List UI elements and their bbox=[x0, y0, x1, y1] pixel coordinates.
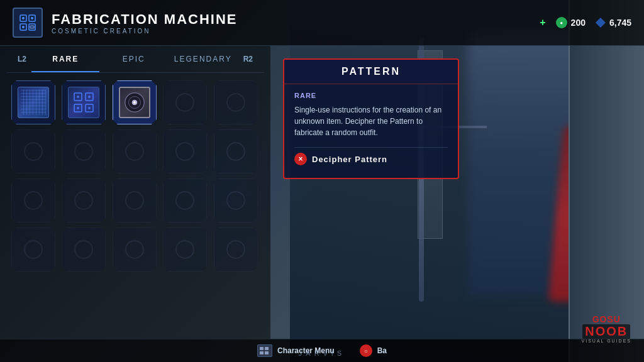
grid-item-17[interactable] bbox=[113, 228, 157, 272]
grid-item-16[interactable] bbox=[62, 228, 106, 272]
tab-rare[interactable]: RARE bbox=[31, 51, 99, 67]
grid-item-1[interactable] bbox=[62, 80, 106, 124]
detail-rarity: RARE bbox=[294, 92, 448, 99]
resource-coins: ● 200 bbox=[556, 17, 586, 28]
empty-slot-8 bbox=[175, 142, 194, 161]
grid-item-6[interactable] bbox=[62, 129, 106, 173]
empty-slot-6 bbox=[74, 142, 93, 161]
action-icon: × bbox=[294, 153, 307, 165]
back-nav[interactable]: ○ Ba bbox=[360, 344, 387, 357]
watermark: GOSU nOOb Visual Guides bbox=[582, 314, 631, 343]
tab-epic[interactable]: EPIC bbox=[99, 51, 167, 67]
grid-item-3[interactable] bbox=[163, 80, 207, 124]
tabs-bar: L2 RARE EPIC LEGENDARY R2 bbox=[6, 46, 264, 73]
tab-controller-left: L2 bbox=[13, 52, 31, 66]
empty-slot-4 bbox=[226, 93, 245, 112]
coin-amount: 200 bbox=[571, 18, 586, 28]
header-text: FABRICATION MACHINE COSMETIC CREATION bbox=[52, 11, 540, 35]
empty-slot-10 bbox=[24, 191, 43, 210]
empty-slot-13 bbox=[175, 191, 194, 210]
svg-point-6 bbox=[22, 26, 25, 28]
resource-add: + bbox=[540, 17, 545, 28]
character-menu-icon bbox=[257, 344, 272, 357]
detail-description: Single-use instructions for the creation… bbox=[294, 104, 448, 138]
pattern-icon-1 bbox=[68, 87, 99, 118]
empty-slot-18 bbox=[175, 240, 194, 259]
grid-item-10[interactable] bbox=[11, 178, 55, 222]
empty-slot-11 bbox=[74, 191, 93, 210]
back-icon: ○ bbox=[360, 344, 372, 357]
svg-point-5 bbox=[31, 17, 33, 19]
svg-point-13 bbox=[88, 96, 91, 98]
empty-slot-3 bbox=[175, 93, 194, 112]
disc-icon-2 bbox=[119, 87, 150, 118]
svg-rect-7 bbox=[30, 26, 34, 28]
header: FABRICATION MACHINE COSMETIC CREATION + … bbox=[0, 0, 644, 46]
grid-item-14[interactable] bbox=[214, 178, 258, 222]
add-icon: + bbox=[540, 17, 545, 28]
detail-title: PATTERN bbox=[294, 66, 448, 77]
empty-slot-5 bbox=[24, 142, 43, 161]
grid-item-8[interactable] bbox=[163, 129, 207, 173]
empty-slot-19 bbox=[226, 240, 245, 259]
svg-rect-22 bbox=[260, 351, 264, 354]
coin-icon: ● bbox=[556, 17, 567, 28]
svg-rect-20 bbox=[260, 347, 264, 350]
main-content: L2 RARE EPIC LEGENDARY R2 bbox=[0, 46, 644, 339]
svg-point-14 bbox=[77, 107, 79, 109]
grid-item-11[interactable] bbox=[62, 178, 106, 222]
watermark-sub: Visual Guides bbox=[582, 339, 631, 343]
svg-point-19 bbox=[133, 101, 136, 104]
right-panel: PATTERN RARE Single-use instructions for… bbox=[270, 46, 644, 339]
ui-overlay: FABRICATION MACHINE COSMETIC CREATION + … bbox=[0, 0, 644, 362]
empty-slot-16 bbox=[74, 240, 93, 259]
crystal-amount: 6,745 bbox=[609, 18, 631, 28]
empty-slot-15 bbox=[24, 240, 43, 259]
item-detail-card: PATTERN RARE Single-use instructions for… bbox=[283, 58, 459, 179]
grid-item-0[interactable] bbox=[11, 80, 55, 124]
grid-item-9[interactable] bbox=[214, 129, 258, 173]
detail-header: PATTERN bbox=[284, 60, 458, 84]
bottom-bar: Character Menu ○ Ba JARVIS bbox=[0, 339, 644, 362]
back-label: Ba bbox=[377, 346, 387, 355]
header-resources: + ● 200 6,745 bbox=[540, 17, 631, 28]
resource-crystals: 6,745 bbox=[596, 18, 631, 28]
jarvis-label: JARVIS bbox=[299, 349, 345, 357]
empty-slot-12 bbox=[125, 191, 144, 210]
grid-item-5[interactable] bbox=[11, 129, 55, 173]
fabrication-icon bbox=[13, 8, 43, 38]
tab-legendary[interactable]: LEGENDARY bbox=[168, 51, 238, 67]
svg-rect-23 bbox=[265, 351, 269, 354]
grid-item-12[interactable] bbox=[113, 178, 157, 222]
empty-slot-14 bbox=[226, 191, 245, 210]
detail-action[interactable]: × Decipher Pattern bbox=[294, 147, 448, 170]
empty-slot-7 bbox=[125, 142, 144, 161]
items-grid bbox=[6, 73, 264, 279]
svg-point-15 bbox=[88, 107, 91, 109]
empty-slot-17 bbox=[125, 240, 144, 259]
grid-item-7[interactable] bbox=[113, 129, 157, 173]
circuit-icon-0 bbox=[18, 87, 49, 118]
watermark-noob: nOOb bbox=[582, 324, 630, 339]
svg-point-12 bbox=[77, 96, 79, 98]
grid-item-15[interactable] bbox=[11, 228, 55, 272]
watermark-gosu: GOSU bbox=[592, 314, 621, 324]
header-title: FABRICATION MACHINE bbox=[52, 11, 540, 28]
header-subtitle: COSMETIC CREATION bbox=[52, 28, 540, 35]
left-panel: L2 RARE EPIC LEGENDARY R2 bbox=[0, 46, 270, 339]
grid-item-2[interactable] bbox=[113, 80, 157, 124]
grid-item-4[interactable] bbox=[214, 80, 258, 124]
svg-rect-21 bbox=[265, 347, 269, 350]
empty-slot-9 bbox=[226, 142, 245, 161]
detail-body: RARE Single-use instructions for the cre… bbox=[284, 84, 458, 178]
crystal-icon bbox=[596, 18, 606, 28]
action-text: Decipher Pattern bbox=[312, 155, 387, 164]
grid-item-18[interactable] bbox=[163, 228, 207, 272]
grid-item-19[interactable] bbox=[214, 228, 258, 272]
tab-controller-right: R2 bbox=[238, 52, 258, 66]
svg-point-4 bbox=[22, 17, 25, 19]
grid-item-13[interactable] bbox=[163, 178, 207, 222]
